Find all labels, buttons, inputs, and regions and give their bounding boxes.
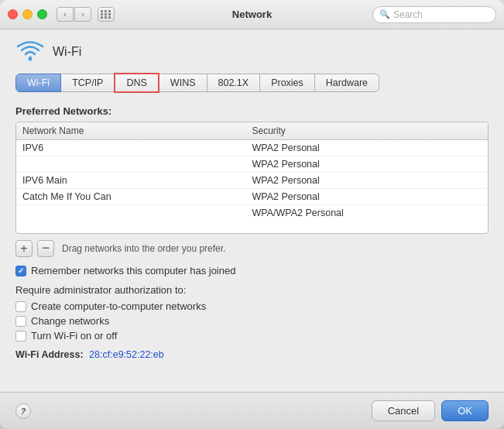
search-box[interactable]: 🔍 Search — [372, 6, 496, 23]
table-row[interactable]: Catch Me If You Can WPA2 Personal — [16, 189, 488, 205]
window-title: Network — [232, 9, 272, 20]
tab-wins[interactable]: WINS — [159, 74, 207, 92]
remove-network-button[interactable]: − — [37, 240, 54, 257]
admin-title: Require administrator authorization to: — [15, 284, 489, 296]
network-security: WPA/WPA2 Personal — [252, 207, 482, 219]
search-placeholder: Search — [393, 9, 423, 20]
wifi-address: Wi-Fi Address: 28:cf:e9:52:22:eb — [15, 349, 489, 360]
close-button[interactable] — [8, 9, 18, 19]
traffic-lights — [8, 9, 47, 19]
wifi-label: Wi-Fi — [53, 45, 81, 59]
wifi-address-value: 28:cf:e9:52:22:eb — [89, 349, 164, 360]
drag-hint: Drag networks into the order you prefer. — [62, 243, 225, 254]
maximize-button[interactable] — [37, 9, 47, 19]
admin-option-1: Create computer-to-computer networks — [15, 300, 489, 312]
admin-options: Create computer-to-computer networks Cha… — [15, 300, 489, 341]
remember-checkbox-row: Remember networks this computer has join… — [15, 265, 489, 276]
table-actions: + − Drag networks into the order you pre… — [15, 240, 489, 257]
networks-table: Network Name Security IPV6 WPA2 Personal… — [15, 122, 489, 234]
table-row[interactable]: WPA2 Personal — [16, 156, 488, 173]
minimize-button[interactable] — [22, 9, 33, 19]
admin-label-2: Change networks — [31, 315, 109, 327]
network-security: WPA2 Personal — [252, 158, 482, 170]
nav-buttons: ‹ › — [57, 7, 91, 22]
network-security: WPA2 Personal — [252, 174, 482, 187]
help-button[interactable]: ? — [15, 403, 31, 419]
tab-tcpip[interactable]: TCP/IP — [60, 74, 115, 92]
window: ‹ › Network 🔍 Search — [0, 0, 504, 429]
bottom-bar: ? Cancel OK — [0, 392, 504, 429]
tab-proxies[interactable]: Proxies — [259, 74, 315, 92]
network-name: IPV6 — [22, 142, 252, 154]
table-row[interactable]: IPV6 WPA2 Personal — [16, 140, 488, 156]
network-name — [22, 207, 252, 219]
table-row[interactable]: WPA/WPA2 Personal — [16, 205, 488, 221]
cancel-button[interactable]: Cancel — [372, 400, 435, 421]
tab-hardware[interactable]: Hardware — [314, 74, 379, 92]
forward-button[interactable]: › — [74, 7, 91, 22]
network-security: WPA2 Personal — [252, 142, 482, 154]
admin-checkbox-1[interactable] — [15, 301, 26, 312]
network-name — [22, 158, 252, 170]
grid-icon — [101, 10, 111, 19]
tab-8021x[interactable]: 802.1X — [207, 74, 261, 92]
remember-checkbox[interactable] — [15, 266, 26, 276]
bottom-buttons: Cancel OK — [372, 400, 489, 421]
tab-dns[interactable]: DNS — [114, 73, 159, 93]
col-network-header: Network Name — [22, 125, 252, 136]
admin-checkbox-2[interactable] — [15, 316, 26, 327]
admin-option-2: Change networks — [15, 315, 489, 327]
preferred-networks-title: Preferred Networks: — [15, 105, 489, 117]
wifi-address-label: Wi-Fi Address: — [15, 349, 84, 360]
table-header: Network Name Security — [16, 122, 488, 140]
back-button[interactable]: ‹ — [57, 7, 74, 22]
table-row[interactable]: IPV6 Main WPA2 Personal — [16, 173, 488, 189]
admin-option-3: Turn Wi-Fi on or off — [15, 330, 489, 341]
ok-button[interactable]: OK — [441, 400, 489, 421]
tabs-row: Wi-Fi TCP/IP DNS WINS 802.1X Proxies Har… — [15, 73, 489, 93]
admin-checkbox-3[interactable] — [15, 331, 26, 341]
admin-label-3: Turn Wi-Fi on or off — [31, 330, 117, 341]
network-security: WPA2 Personal — [252, 190, 482, 203]
network-name: Catch Me If You Can — [22, 190, 252, 203]
tab-wifi[interactable]: Wi-Fi — [15, 74, 61, 92]
network-name: IPV6 Main — [22, 174, 252, 187]
search-icon: 🔍 — [379, 9, 390, 19]
admin-label-1: Create computer-to-computer networks — [31, 300, 206, 312]
content-area: Wi-Fi Wi-Fi TCP/IP DNS WINS 802.1X Proxi… — [0, 29, 504, 392]
wifi-icon — [15, 40, 45, 63]
remember-label: Remember networks this computer has join… — [31, 265, 235, 276]
wifi-header: Wi-Fi — [15, 40, 489, 63]
titlebar: ‹ › Network 🔍 Search — [0, 0, 504, 29]
admin-section: Require administrator authorization to: … — [15, 284, 489, 341]
grid-button[interactable] — [98, 7, 115, 22]
col-security-header: Security — [252, 125, 482, 136]
add-network-button[interactable]: + — [15, 240, 33, 257]
svg-point-0 — [29, 57, 33, 61]
table-body: IPV6 WPA2 Personal WPA2 Personal IPV6 Ma… — [16, 140, 488, 233]
